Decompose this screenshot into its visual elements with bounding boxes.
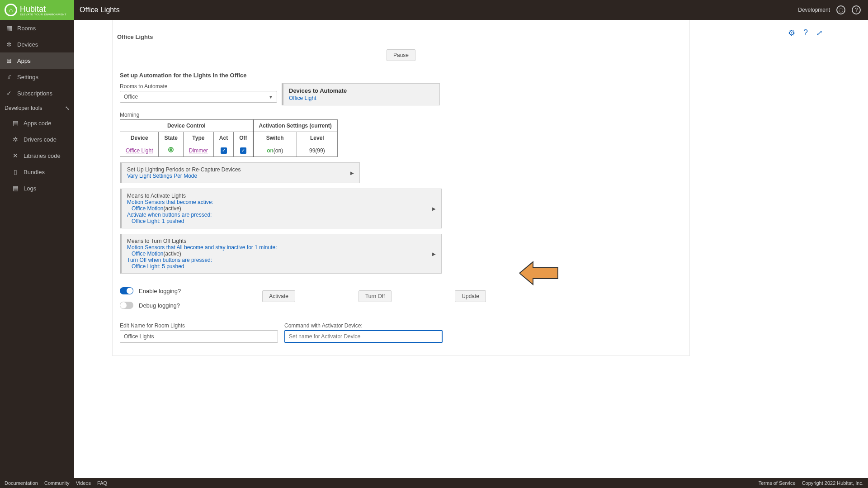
footer-link-docs[interactable]: Documentation [5, 480, 38, 486]
off-checkbox[interactable]: ✓ [240, 147, 246, 154]
activator-input[interactable] [284, 330, 443, 343]
sidebar-item-libraries-code[interactable]: ✕ Libraries code [6, 147, 74, 164]
period-label: Morning [120, 112, 689, 118]
switch-cell: on(on) [253, 144, 297, 157]
setup-heading: Set up Automation for the Lights in the … [120, 72, 689, 79]
sidebar-label: Devices [17, 41, 38, 48]
type-link[interactable]: Dimmer [189, 147, 208, 154]
rooms-select[interactable]: Office ▼ [120, 91, 277, 103]
table-row: Office Light Dimmer ✓ ✓ on(on) 99(99) [120, 144, 338, 157]
logo-text: Hubitat [20, 5, 66, 14]
question-icon[interactable]: ? [803, 28, 808, 38]
panel-line: Turn Off when buttons are pressed: [127, 257, 212, 263]
activator-label: Command with Activator Device: [284, 322, 443, 329]
sidebar-item-settings[interactable]: ⎎ Settings [0, 69, 74, 85]
dev-tools-label: Developer tools [5, 105, 42, 111]
panel-status: (active) [163, 251, 181, 257]
page-title-header: Office Lights [80, 6, 120, 14]
level-cell: 99(99) [297, 144, 337, 157]
panel-line: Activate when buttons are pressed: [127, 212, 212, 218]
bundles-icon: ▯ [12, 168, 19, 175]
debug-logging-toggle[interactable] [120, 302, 133, 309]
table-header: Device Control [120, 120, 253, 132]
help-icon[interactable]: ? [852, 5, 861, 14]
panel-status: (active) [163, 205, 181, 212]
sidebar-label: Logs [24, 185, 36, 192]
table-header: Off [234, 132, 253, 144]
panel-device: Office Motion [132, 205, 163, 212]
sidebar-item-subscriptions[interactable]: ✓ Subscriptions [0, 85, 74, 101]
sidebar-label: Apps [17, 57, 31, 64]
gear-icon[interactable]: ⚙ [788, 28, 795, 38]
sidebar: ▦ Rooms ✲ Devices ⊞ Apps ⎎ Settings ✓ Su… [0, 20, 74, 478]
update-button[interactable]: Update [455, 290, 486, 302]
libraries-code-icon: ✕ [12, 152, 19, 159]
devices-panel[interactable]: Devices to Automate Office Light [282, 83, 440, 105]
collapse-icon: ⤡ [65, 105, 70, 111]
panel-line: Motion Sensors that All become and stay … [127, 244, 277, 251]
pointer-arrow-icon [519, 260, 560, 287]
table-header: State [159, 132, 183, 144]
svg-marker-0 [519, 262, 558, 284]
devices-title: Devices to Automate [289, 87, 434, 94]
panel-line: Motion Sensors that become active: [127, 199, 213, 205]
name-input[interactable] [120, 330, 278, 343]
settings-icon: ⎎ [5, 73, 13, 81]
sidebar-label: Drivers code [24, 136, 57, 143]
sidebar-item-bundles[interactable]: ▯ Bundles [6, 164, 74, 180]
sidebar-label: Settings [17, 74, 38, 81]
logo-tagline: ELEVATE YOUR ENVIRONMENT [20, 13, 66, 16]
enable-logging-label: Enable logging? [139, 288, 181, 294]
panel-title: Means to Turn Off Lights [127, 238, 277, 244]
sidebar-item-devices[interactable]: ✲ Devices [0, 36, 74, 52]
development-link[interactable]: Development [798, 7, 830, 13]
sidebar-label: Subscriptions [17, 90, 52, 97]
device-link[interactable]: Office Light [126, 147, 153, 154]
table-header: Type [183, 132, 213, 144]
chevron-right-icon: ▶ [432, 251, 436, 256]
chevron-right-icon: ▶ [350, 171, 354, 175]
act-checkbox[interactable]: ✓ [221, 147, 227, 154]
apps-code-icon: ▤ [12, 119, 19, 127]
footer: Documentation Community Videos FAQ Terms… [0, 478, 868, 488]
logo-icon: ⌂ [5, 4, 17, 16]
panel-title: Means to Activate Lights [127, 193, 213, 199]
footer-link-community[interactable]: Community [44, 480, 70, 486]
sidebar-item-rooms[interactable]: ▦ Rooms [0, 20, 74, 36]
header: ⌂ Hubitat ELEVATE YOUR ENVIRONMENT Offic… [0, 0, 868, 20]
sidebar-item-apps-code[interactable]: ▤ Apps code [6, 115, 74, 131]
switch-on: on [267, 147, 274, 154]
pause-button[interactable]: Pause [387, 49, 415, 61]
sidebar-label: Apps code [24, 120, 51, 127]
level-val: 99 [309, 147, 315, 154]
sidebar-item-apps[interactable]: ⊞ Apps [0, 52, 74, 69]
footer-terms[interactable]: Terms of Service [759, 480, 796, 486]
table-header: Act [213, 132, 233, 144]
chevron-right-icon: ▶ [432, 206, 436, 211]
lighting-periods-panel[interactable]: Set Up Lighting Periods or Re-Capture De… [120, 162, 360, 183]
turnoff-lights-panel[interactable]: Means to Turn Off Lights Motion Sensors … [120, 234, 442, 274]
activate-lights-panel[interactable]: Means to Activate Lights Motion Sensors … [120, 189, 442, 228]
enable-logging-toggle[interactable] [120, 287, 133, 294]
chat-icon[interactable]: ◌ [836, 5, 845, 14]
footer-copyright: Copyright 2022 Hubitat, Inc. [802, 480, 863, 486]
panel-device: Office Light: 1 pushed [132, 218, 184, 224]
switch-curr: (on) [274, 147, 283, 154]
activate-button[interactable]: Activate [262, 290, 295, 302]
sidebar-label: Libraries code [24, 152, 61, 159]
state-radio[interactable] [168, 147, 174, 152]
sidebar-item-logs[interactable]: ▤ Logs [6, 180, 74, 196]
rooms-icon: ▦ [5, 24, 13, 32]
device-control-table: Device Control Activation Settings (curr… [120, 119, 338, 157]
turnoff-button[interactable]: Turn Off [359, 290, 392, 302]
panel-link: Vary Light Settings Per Mode [127, 173, 241, 179]
expand-icon[interactable]: ⤢ [816, 28, 823, 38]
sidebar-item-drivers-code[interactable]: ✲ Drivers code [6, 131, 74, 147]
table-header: Activation Settings (current) [253, 120, 338, 132]
footer-link-faq[interactable]: FAQ [97, 480, 107, 486]
footer-link-videos[interactable]: Videos [76, 480, 91, 486]
rooms-value: Office [124, 94, 138, 100]
subscriptions-icon: ✓ [5, 90, 13, 97]
logo[interactable]: ⌂ Hubitat ELEVATE YOUR ENVIRONMENT [0, 0, 74, 20]
dev-tools-header[interactable]: Developer tools ⤡ [0, 101, 74, 115]
